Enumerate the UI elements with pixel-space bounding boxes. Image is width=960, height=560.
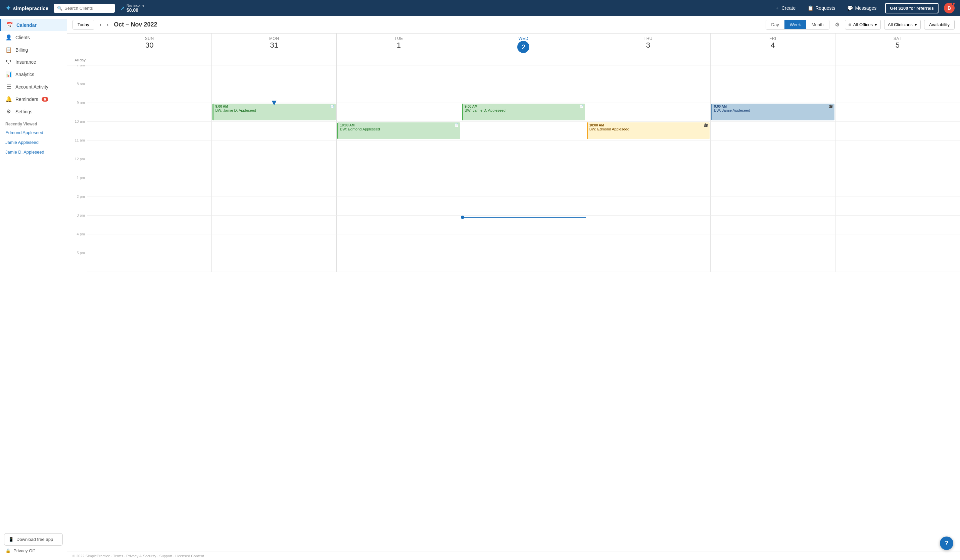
messages-button[interactable]: 💬 Messages — [844, 3, 880, 13]
grid-cell-r9-c4[interactable] — [586, 235, 710, 253]
grid-cell-r2-c1[interactable]: 📄9:00 AMBW: Jamie D. Appleseed — [212, 103, 336, 122]
next-week-button[interactable]: › — [105, 21, 110, 29]
sidebar-item-billing[interactable]: 📋 Billing — [0, 44, 67, 56]
grid-cell-r3-c1[interactable] — [212, 122, 336, 140]
grid-cell-r10-c6[interactable] — [835, 253, 960, 272]
recent-item-jamie[interactable]: Jamie Appleseed — [0, 137, 67, 147]
grid-cell-r1-c4[interactable] — [586, 84, 710, 103]
grid-cell-r5-c4[interactable] — [586, 159, 710, 178]
allday-cell-tue[interactable] — [337, 56, 461, 65]
prev-week-button[interactable]: ‹ — [98, 21, 103, 29]
grid-cell-r6-c1[interactable] — [212, 178, 336, 197]
grid-cell-r9-c1[interactable] — [212, 235, 336, 253]
grid-cell-r5-c2[interactable] — [337, 159, 461, 178]
grid-cell-r6-c0[interactable] — [87, 178, 212, 197]
grid-cell-r0-c2[interactable] — [337, 65, 461, 84]
sidebar-item-calendar[interactable]: 📅 Calendar — [0, 19, 67, 31]
filter-icon[interactable]: ⚙ — [833, 19, 842, 30]
grid-cell-r5-c3[interactable] — [461, 159, 586, 178]
grid-cell-r0-c4[interactable] — [586, 65, 710, 84]
grid-cell-r0-c0[interactable] — [87, 65, 212, 84]
grid-cell-r4-c0[interactable] — [87, 140, 212, 159]
grid-cell-r5-c0[interactable] — [87, 159, 212, 178]
grid-cell-r6-c2[interactable] — [337, 178, 461, 197]
grid-cell-r4-c5[interactable] — [710, 140, 835, 159]
search-input[interactable] — [64, 6, 112, 11]
grid-cell-r8-c6[interactable] — [835, 215, 960, 235]
event-bw:-edmond-appleseed[interactable]: 🎥10:00 AMBW: Edmond Appleseed — [587, 123, 710, 139]
grid-cell-r3-c0[interactable] — [87, 122, 212, 140]
grid-cell-r8-c0[interactable] — [87, 215, 212, 235]
grid-cell-r7-c0[interactable] — [87, 197, 212, 215]
allday-cell-thu[interactable] — [586, 56, 710, 65]
sidebar-item-account-activity[interactable]: ☰ Account Activity — [0, 80, 67, 93]
grid-cell-r3-c3[interactable] — [461, 122, 586, 140]
grid-cell-r0-c5[interactable] — [710, 65, 835, 84]
grid-cell-r3-c4[interactable]: 🎥10:00 AMBW: Edmond Appleseed — [586, 122, 710, 140]
grid-cell-r2-c3[interactable]: 📄9:00 AMBW: Jamie D. Appleseed — [461, 103, 586, 122]
sidebar-item-settings[interactable]: ⚙ Settings — [0, 105, 67, 118]
grid-cell-r2-c4[interactable] — [586, 103, 710, 122]
grid-cell-r2-c0[interactable] — [87, 103, 212, 122]
logo[interactable]: ✦ simplepractice — [5, 4, 48, 12]
grid-cell-r8-c1[interactable] — [212, 215, 336, 235]
grid-cell-r4-c3[interactable] — [461, 140, 586, 159]
grid-cell-r6-c5[interactable] — [710, 178, 835, 197]
grid-cell-r6-c4[interactable] — [586, 178, 710, 197]
grid-cell-r2-c2[interactable] — [337, 103, 461, 122]
event-bw:-edmond-appleseed[interactable]: 📄10:00 AMBW: Edmond Appleseed — [338, 123, 460, 139]
event-bw:-jamie-appleseed[interactable]: 🎥9:00 AMBW: Jamie Appleseed — [711, 104, 834, 120]
grid-cell-r1-c1[interactable]: ▼ — [212, 84, 336, 103]
grid-cell-r7-c5[interactable] — [710, 197, 835, 215]
grid-cell-r0-c1[interactable] — [212, 65, 336, 84]
sidebar-item-clients[interactable]: 👤 Clients — [0, 31, 67, 44]
allday-cell-sat[interactable] — [835, 56, 960, 65]
recent-item-edmond[interactable]: Edmond Appleseed — [0, 128, 67, 137]
grid-cell-r10-c2[interactable] — [337, 253, 461, 272]
sidebar-item-analytics[interactable]: 📊 Analytics — [0, 68, 67, 80]
event-bw:-jamie-d.-appleseed[interactable]: 📄9:00 AMBW: Jamie D. Appleseed — [462, 104, 585, 120]
grid-cell-r10-c1[interactable] — [212, 253, 336, 272]
grid-cell-r7-c2[interactable] — [337, 197, 461, 215]
allday-cell-fri[interactable] — [710, 56, 835, 65]
grid-cell-r7-c1[interactable] — [212, 197, 336, 215]
grid-cell-r5-c6[interactable] — [835, 159, 960, 178]
recent-item-jamied[interactable]: Jamie D. Appleseed — [0, 147, 67, 157]
today-button[interactable]: Today — [72, 20, 94, 30]
grid-cell-r4-c4[interactable] — [586, 140, 710, 159]
search-box[interactable]: 🔍 — [54, 4, 115, 13]
clinician-filter[interactable]: All Clinicians ▾ — [884, 20, 921, 30]
grid-cell-r2-c5[interactable]: 🎥9:00 AMBW: Jamie Appleseed — [710, 103, 835, 122]
grid-cell-r1-c3[interactable] — [461, 84, 586, 103]
grid-cell-r3-c2[interactable]: 📄10:00 AMBW: Edmond Appleseed — [337, 122, 461, 140]
grid-cell-r4-c2[interactable] — [337, 140, 461, 159]
grid-cell-r9-c2[interactable] — [337, 235, 461, 253]
grid-cell-r5-c1[interactable] — [212, 159, 336, 178]
grid-cell-r4-c6[interactable] — [835, 140, 960, 159]
tab-day[interactable]: Day — [766, 20, 784, 29]
grid-cell-r4-c1[interactable] — [212, 140, 336, 159]
grid-cell-r0-c6[interactable] — [835, 65, 960, 84]
grid-cell-r8-c3[interactable] — [461, 215, 586, 235]
grid-cell-r6-c6[interactable] — [835, 178, 960, 197]
grid-cell-r10-c4[interactable] — [586, 253, 710, 272]
availability-button[interactable]: Availability — [924, 20, 955, 30]
grid-cell-r6-c3[interactable] — [461, 178, 586, 197]
grid-cell-r7-c4[interactable] — [586, 197, 710, 215]
allday-cell-sun[interactable] — [87, 56, 212, 65]
grid-cell-r3-c6[interactable] — [835, 122, 960, 140]
referral-button[interactable]: Get $100 for referrals — [885, 3, 939, 13]
tab-month[interactable]: Month — [806, 20, 829, 29]
grid-cell-r9-c3[interactable] — [461, 235, 586, 253]
create-button[interactable]: ＋ Create — [771, 3, 799, 13]
grid-cell-r10-c0[interactable] — [87, 253, 212, 272]
download-app-button[interactable]: 📱 Download free app — [4, 533, 63, 546]
grid-cell-r7-c3[interactable] — [461, 197, 586, 215]
grid-cell-r10-c3[interactable] — [461, 253, 586, 272]
grid-cell-r2-c6[interactable] — [835, 103, 960, 122]
requests-button[interactable]: 📋 Requests — [804, 3, 838, 13]
event-bw:-jamie-d.-appleseed[interactable]: 📄9:00 AMBW: Jamie D. Appleseed — [213, 104, 335, 120]
help-button[interactable]: ? — [940, 536, 953, 550]
grid-cell-r1-c2[interactable] — [337, 84, 461, 103]
allday-cell-wed[interactable] — [461, 56, 586, 65]
